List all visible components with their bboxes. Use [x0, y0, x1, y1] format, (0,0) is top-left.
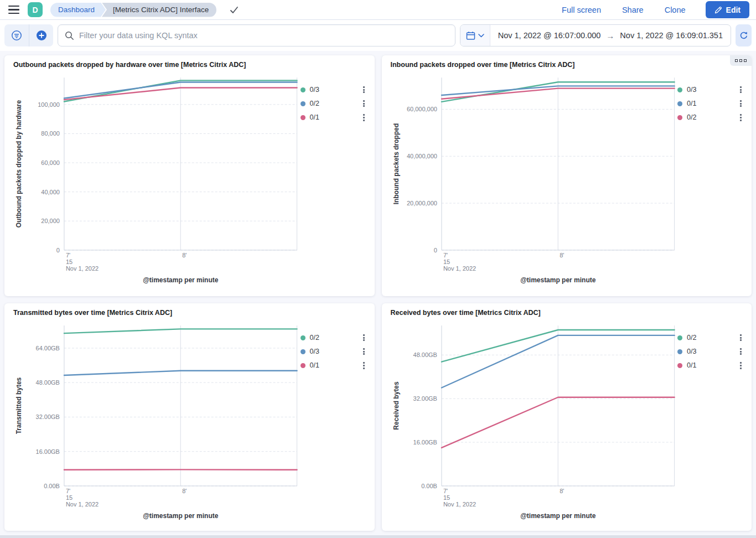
svg-text:40,000: 40,000: [41, 189, 60, 195]
refresh-button[interactable]: [736, 24, 752, 46]
legend-series-label[interactable]: 0/1: [687, 361, 734, 369]
svg-text:8': 8': [560, 252, 564, 258]
legend-series-label[interactable]: 0/3: [310, 86, 358, 94]
legend-series-label[interactable]: 0/1: [687, 100, 734, 107]
legend-actions-icon[interactable]: [362, 361, 366, 370]
svg-text:60,000,000: 60,000,000: [406, 106, 437, 112]
kql-search-input[interactable]: [79, 31, 448, 40]
svg-text:8': 8': [560, 488, 564, 494]
add-filter-icon[interactable]: [29, 24, 53, 46]
time-range-picker: Nov 1, 2022 @ 16:07:00.000 → Nov 1, 2022…: [460, 24, 731, 46]
svg-text:40,000,000: 40,000,000: [406, 153, 437, 159]
legend-actions-icon[interactable]: [739, 113, 743, 122]
svg-text:32.00GB: 32.00GB: [413, 395, 437, 402]
legend-series-label[interactable]: 0/2: [310, 334, 358, 342]
line-chart: 020,00040,00060,00080,000100,0007'15Nov …: [13, 71, 301, 287]
panel-title[interactable]: Outbound packets dropped by hardware ove…: [13, 60, 246, 69]
legend-actions-icon[interactable]: [362, 333, 366, 342]
svg-text:Nov 1, 2022: Nov 1, 2022: [66, 265, 99, 272]
legend-series-label[interactable]: 0/3: [687, 86, 734, 94]
filter-controls: [4, 24, 53, 46]
svg-text:15: 15: [443, 494, 449, 501]
svg-text:@timestamp per minute: @timestamp per minute: [520, 512, 596, 520]
saved-query-icon[interactable]: [4, 24, 29, 46]
clone-link[interactable]: Clone: [665, 6, 686, 14]
full-screen-link[interactable]: Full screen: [562, 6, 601, 14]
chevron-down-icon: [478, 34, 484, 38]
legend-actions-icon[interactable]: [362, 85, 366, 94]
legend-series-dot: [677, 101, 682, 106]
calendar-icon: [466, 31, 475, 40]
legend-item: 0/3: [677, 347, 743, 356]
legend-actions-icon[interactable]: [739, 99, 743, 108]
legend-actions-icon[interactable]: [739, 333, 743, 342]
breadcrumb: Dashboard [Metrics Citrix ADC] Interface: [50, 3, 216, 17]
time-range-start[interactable]: Nov 1, 2022 @ 16:07:00.000: [498, 31, 601, 40]
legend-series-label[interactable]: 0/2: [687, 113, 734, 121]
svg-text:20,000,000: 20,000,000: [406, 200, 437, 206]
dashboard-grid: Outbound packets dropped by hardware ove…: [0, 51, 756, 535]
panel-title[interactable]: Transmitted bytes over time [Metrics Cit…: [13, 308, 172, 317]
legend-series-label[interactable]: 0/3: [687, 348, 734, 355]
svg-text:0: 0: [56, 247, 60, 254]
legend-series-dot: [301, 335, 305, 340]
legend-item: 0/3: [301, 347, 366, 356]
legend-series-label[interactable]: 0/1: [310, 113, 358, 121]
svg-text:0: 0: [433, 247, 437, 254]
legend-actions-icon[interactable]: [362, 99, 366, 108]
legend-series-dot: [301, 363, 305, 368]
svg-text:64.00GB: 64.00GB: [36, 345, 60, 351]
breadcrumb-dashboard[interactable]: Dashboard: [50, 3, 106, 17]
svg-text:Inbound packets dropped: Inbound packets dropped: [392, 123, 400, 204]
legend-series-label[interactable]: 0/2: [687, 334, 734, 342]
legend-item: 0/1: [677, 99, 743, 108]
svg-text:32.00GB: 32.00GB: [36, 413, 60, 420]
legend-series-dot: [677, 87, 682, 92]
legend-item: 0/2: [677, 113, 743, 122]
svg-text:60,000: 60,000: [41, 159, 60, 166]
panel-transmitted-bytes: Transmitted bytes over time [Metrics Cit…: [4, 303, 375, 531]
legend-item: 0/2: [677, 333, 743, 342]
legend-series-label[interactable]: 0/1: [310, 361, 358, 369]
pencil-icon: [714, 6, 722, 14]
window-bottom-edge: [0, 535, 756, 538]
panel-title[interactable]: Received bytes over time [Metrics Citrix…: [391, 308, 541, 317]
svg-text:8': 8': [182, 488, 187, 494]
share-link[interactable]: Share: [622, 6, 644, 14]
legend-series-dot: [301, 87, 305, 92]
time-range-end[interactable]: Nov 1, 2022 @ 16:09:01.351: [620, 31, 723, 40]
svg-text:48.00GB: 48.00GB: [413, 351, 437, 358]
svg-text:Nov 1, 2022: Nov 1, 2022: [66, 501, 99, 508]
kql-search-box: [58, 24, 455, 46]
legend-actions-icon[interactable]: [739, 361, 743, 370]
svg-text:Received bytes: Received bytes: [392, 381, 400, 430]
legend-series-dot: [677, 335, 682, 340]
edit-button[interactable]: Edit: [706, 1, 749, 18]
line-chart: 0.00B16.00GB32.00GB48.00GB7'15Nov 1, 202…: [391, 319, 678, 523]
legend-actions-icon[interactable]: [739, 85, 743, 94]
legend-series-dot: [677, 363, 682, 368]
panel-title[interactable]: Inbound packets dropped over time [Metri…: [391, 60, 575, 69]
space-avatar[interactable]: D: [28, 2, 43, 17]
svg-text:20,000: 20,000: [41, 218, 60, 224]
breadcrumb-current-dashboard[interactable]: [Metrics Citrix ADC] Interface: [102, 3, 216, 17]
calendar-dropdown-button[interactable]: [460, 25, 490, 46]
svg-text:@timestamp per minute: @timestamp per minute: [143, 276, 219, 284]
panel-inbound-packets-dropped: Inbound packets dropped over time [Metri…: [382, 55, 752, 296]
panel-options-icon[interactable]: [730, 55, 752, 66]
legend-actions-icon[interactable]: [739, 347, 743, 356]
svg-text:16.00GB: 16.00GB: [413, 439, 437, 446]
legend-item: 0/1: [677, 361, 743, 370]
menu-icon[interactable]: [7, 4, 21, 16]
svg-text:100,000: 100,000: [38, 101, 60, 108]
legend-item: 0/3: [301, 85, 366, 94]
legend-actions-icon[interactable]: [362, 347, 366, 356]
legend-item: 0/2: [301, 333, 366, 342]
legend-actions-icon[interactable]: [362, 113, 366, 122]
legend-item: 0/1: [301, 113, 366, 122]
legend-series-label[interactable]: 0/3: [310, 348, 358, 355]
query-bar: Nov 1, 2022 @ 16:07:00.000 → Nov 1, 2022…: [0, 20, 756, 51]
svg-text:Nov 1, 2022: Nov 1, 2022: [443, 501, 475, 508]
legend-series-label[interactable]: 0/2: [310, 100, 358, 107]
svg-text:15: 15: [66, 258, 73, 265]
